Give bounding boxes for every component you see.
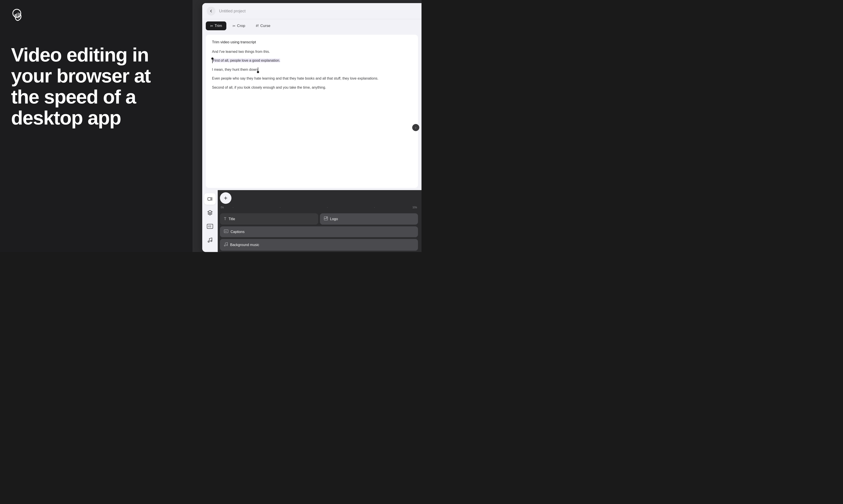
list-item: Second of all, if you look closely enoug… [212,85,412,90]
back-button[interactable] [207,7,216,16]
crop-scissors-icon: ✂ [233,24,236,28]
app-window: Untitled project ✂ Trim ✂ Crop #! Curse … [202,3,422,252]
descript-logo-icon [11,8,26,22]
transcript-content: And I've learned two things from this. F… [212,49,412,90]
paragraph-text: And I've learned two things from this. [212,50,270,54]
add-items-panel: T Title Logo [220,213,418,251]
ruler-tick-4: · [365,205,412,209]
ruler-tick-2: · [271,205,318,209]
left-panel: Video editing in your browser at the spe… [0,0,192,252]
background-music-add-button[interactable]: Background music [220,239,418,251]
tab-trim-label: Trim [214,24,222,28]
logo-add-button[interactable]: Logo [320,213,418,224]
selection-end-cursor [258,68,258,72]
layers-icon-button[interactable] [204,207,216,218]
trim-scissors-icon: ✂ [210,24,213,28]
logo-label: Logo [330,217,338,221]
selection-start-cursor [212,58,213,63]
svg-point-4 [208,241,209,242]
list-item: And I've learned two things from this. [212,49,412,55]
list-item: First of all, people love a good explana… [212,58,412,64]
logo-image-icon [324,216,328,221]
transcript-title: Trim video using transcript [212,40,412,44]
svg-rect-1 [208,198,211,200]
captions-label: Captions [230,230,244,234]
svg-point-5 [211,240,212,241]
svg-text:CC: CC [208,225,211,228]
ruler-start: 0s [221,205,224,209]
music-icon-button[interactable] [204,234,216,246]
sidebar-icons: CC [202,190,218,252]
svg-point-10 [224,245,225,246]
captions-cc-icon: CC [224,230,228,234]
captions-icon-button[interactable]: CC [204,221,216,232]
highlighted-text: First of all, people love a good explana… [213,58,280,62]
add-icon: + [224,195,227,202]
svg-point-7 [326,217,327,218]
background-music-label: Background music [230,243,259,247]
add-button[interactable]: + [220,192,231,204]
paragraph-text: I mean, they hunt them down [212,68,258,71]
timeline-ruler: 0s · · · · 10s [220,205,418,209]
background-music-icon [224,242,228,248]
ruler-tick-3: · [318,205,365,209]
add-items-row-1: T Title Logo [220,213,418,224]
paragraph-text: Second of all, if you look closely enoug… [212,86,326,89]
captions-add-button[interactable]: CC Captions [220,226,418,237]
tab-curse-label: Curse [260,24,270,28]
ruler-tick-1: · [224,205,271,209]
tab-curse[interactable]: #! Curse [251,21,275,30]
add-items-row-2: CC Captions [220,226,418,237]
timeline-content: + 0s · · · · 10s [218,190,422,252]
chevron-right-icon: › [415,125,416,130]
curse-icon: #! [256,24,259,28]
timeline-area: CC + 0s [202,190,422,252]
app-header: Untitled project [202,3,422,19]
video-icon-button[interactable] [204,193,216,205]
timeline-header: + [220,192,418,204]
list-item: Even people who say they hate learning a… [212,76,412,82]
hero-text: Video editing in your browser at the spe… [11,44,182,128]
paragraph-text: Even people who say they hate learning a… [212,76,378,80]
add-items-row-3: Background music [220,239,418,251]
ruler-end: 10s [412,205,417,209]
logo-area [11,8,26,22]
toolbar-tabs: ✂ Trim ✂ Crop #! Curse [202,19,422,33]
tab-crop-label: Crop [237,24,245,28]
tab-trim[interactable]: ✂ Trim [206,21,226,30]
timeline-collapse-button[interactable]: › [412,124,419,131]
svg-text:CC: CC [225,231,227,232]
title-label: Title [228,217,235,221]
transcript-area: Trim video using transcript And I've lea… [206,35,418,188]
tab-crop[interactable]: ✂ Crop [228,21,250,30]
list-item: I mean, they hunt them down [212,67,412,72]
title-add-button[interactable]: T Title [220,213,318,224]
project-title: Untitled project [219,9,417,14]
title-text-icon: T [224,217,226,221]
right-panel: Untitled project ✂ Trim ✂ Crop #! Curse … [192,0,422,252]
svg-point-11 [227,245,228,246]
